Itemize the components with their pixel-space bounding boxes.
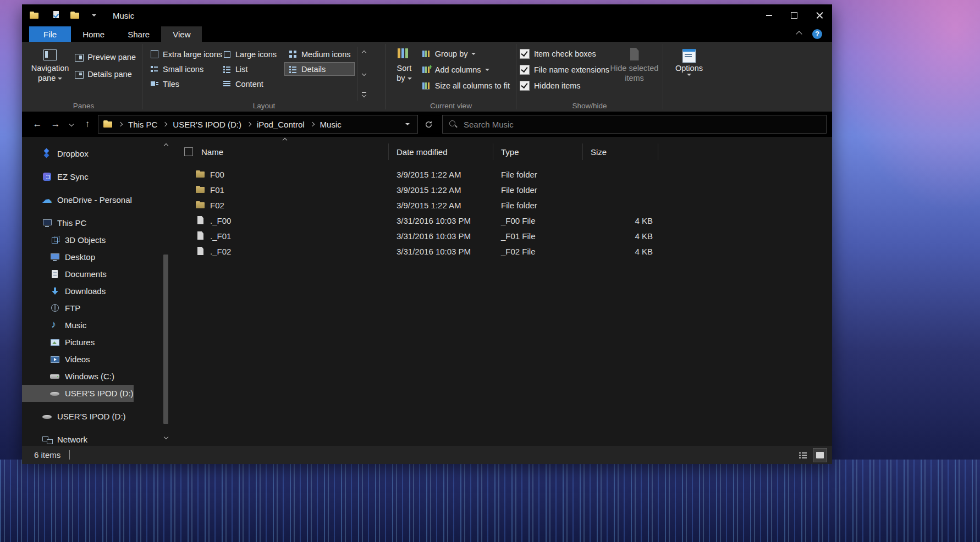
details-view-icon [799,451,807,459]
maximize-button[interactable] [781,4,807,26]
sort-by-icon [396,47,412,63]
layout-large-icons[interactable]: Large icons [218,47,284,61]
gallery-scroll-down-button[interactable] [360,69,368,78]
tab-home[interactable]: Home [71,26,116,42]
details-pane-button[interactable]: Details pane [71,67,139,81]
hidden-items-checkbox[interactable]: Hidden items [520,78,609,93]
group-by-button[interactable]: Group by [419,47,513,61]
layout-extra-large-icons[interactable]: Extra large icons [146,47,218,61]
current-view-group-label: Current view [387,102,515,110]
preview-pane-button[interactable]: Preview pane [71,50,139,64]
sidebar-item-documents[interactable]: Documents [22,266,107,283]
new-folder-icon [70,10,81,21]
hide-selected-label: Hide selected [610,64,659,73]
file-icon [195,215,206,226]
tab-file[interactable]: File [29,26,71,42]
options-button[interactable]: Options [667,45,712,98]
search-box[interactable] [442,115,827,134]
sidebar-item-ftp[interactable]: FTP [22,300,80,317]
sidebar-item-3d-objects[interactable]: 3D Objects [22,231,106,248]
file-row-f00[interactable]: F00 3/9/2015 1:22 AM File folder [170,167,832,182]
column-header-name[interactable]: Name [170,143,389,160]
back-button[interactable] [30,116,45,132]
sidebar-item-desktop[interactable]: Desktop [22,248,95,266]
sidebar-item-windows-c[interactable]: Windows (C:) [22,368,114,385]
layout-content[interactable]: Content [218,77,284,91]
column-header-date-modified[interactable]: Date modified [389,143,493,160]
file-row-f02[interactable]: F02 3/9/2015 1:22 AM File folder [170,197,832,213]
sidebar-item-label: Downloads [65,286,106,296]
size-all-columns-button[interactable]: Size all columns to fit [419,79,513,93]
search-input[interactable] [463,119,820,130]
minimize-icon [766,15,772,16]
layout-group-label: Layout [144,102,384,110]
layout-small-icons[interactable]: Small icons [146,62,218,76]
address-bar[interactable]: This PC USER'S IPOD (D:) iPod_Control Mu… [98,115,418,134]
ipod-drive-icon [42,411,53,422]
layout-medium-icons[interactable]: Medium icons [284,47,355,61]
sort-by-button[interactable]: Sort by [389,45,419,98]
sort-ascending-icon [283,138,287,142]
help-button[interactable] [812,29,822,39]
file-row-dot-f00[interactable]: ._F00 3/31/2016 10:03 PM _F00 File 4 KB [170,213,832,228]
options-label: Options [675,64,703,73]
add-columns-icon [422,65,431,75]
hide-selected-items-button[interactable]: Hide selected items [609,45,659,98]
breadcrumb-music[interactable]: Music [319,120,343,129]
refresh-button[interactable] [421,116,436,132]
layout-details[interactable]: Details [284,62,355,76]
forward-button[interactable] [48,116,63,132]
ribbon-separator [386,44,386,109]
thumbnail-view-button[interactable] [813,449,827,462]
layout-list[interactable]: List [218,62,284,76]
qat-customize-button[interactable] [87,8,101,23]
file-row-dot-f02[interactable]: ._F02 3/31/2016 10:03 PM _F02 File 4 KB [170,244,832,259]
recent-locations-button[interactable] [66,116,77,132]
qat-new-folder-button[interactable] [69,8,82,23]
select-all-checkbox[interactable] [184,147,193,156]
qat-properties-button[interactable] [50,8,63,23]
sidebar-item-onedrive[interactable]: OneDrive - Personal [22,191,132,208]
breadcrumb-ipod-drive[interactable]: USER'S IPOD (D:) [172,120,243,129]
sidebar-item-users-ipod-d[interactable]: USER'S IPOD (D:) [22,385,134,402]
sidebar-item-music[interactable]: Music [22,317,86,334]
navigation-pane-button[interactable]: Navigation pane [29,45,71,98]
gallery-more-button[interactable] [360,90,368,98]
ribbon-separator [142,44,142,109]
address-dropdown-button[interactable] [401,117,414,132]
sidebar-item-users-ipod-root[interactable]: USER'S IPOD (D:) [22,408,126,425]
sidebar-item-downloads[interactable]: Downloads [22,283,106,300]
collapse-ribbon-button[interactable] [797,32,801,36]
minimize-button[interactable] [756,4,781,26]
file-date: 3/9/2015 1:22 AM [389,185,493,195]
column-header-type[interactable]: Type [493,143,583,160]
sidebar-scrollbar[interactable] [162,137,169,446]
tab-share[interactable]: Share [116,26,161,42]
breadcrumb-this-pc[interactable]: This PC [127,120,158,129]
drive-icon [49,371,60,382]
file-row-dot-f01[interactable]: ._F01 3/31/2016 10:03 PM _F01 File 4 KB [170,228,832,244]
sidebar-item-ez-sync[interactable]: EZ Sync [22,168,89,185]
details-view-button[interactable] [796,449,810,462]
tab-view[interactable]: View [161,26,202,42]
gallery-scroll-up-button[interactable] [360,48,368,57]
scrollbar-thumb[interactable] [163,255,168,424]
sidebar-item-dropbox[interactable]: Dropbox [22,145,89,162]
file-row-f01[interactable]: F01 3/9/2015 1:22 AM File folder [170,182,832,197]
file-name-extensions-checkbox[interactable]: File name extensions [520,62,609,78]
file-type: File folder [493,185,583,195]
chevron-up-icon [796,31,802,37]
sidebar-item-pictures[interactable]: Pictures [22,334,95,351]
add-columns-button[interactable]: Add columns [419,63,513,77]
scrollbar-down-button[interactable] [162,433,169,441]
item-check-boxes-checkbox[interactable]: Item check boxes [520,46,609,62]
scrollbar-up-button[interactable] [162,141,169,150]
sidebar-item-this-pc[interactable]: This PC [22,214,86,231]
layout-tiles[interactable]: Tiles [146,77,218,91]
sidebar-item-network[interactable]: Network [22,431,87,448]
up-button[interactable] [80,116,95,132]
column-header-size[interactable]: Size [583,143,658,160]
sidebar-item-videos[interactable]: Videos [22,351,90,368]
breadcrumb-ipod-control[interactable]: iPod_Control [256,120,306,129]
close-button[interactable] [807,4,832,26]
